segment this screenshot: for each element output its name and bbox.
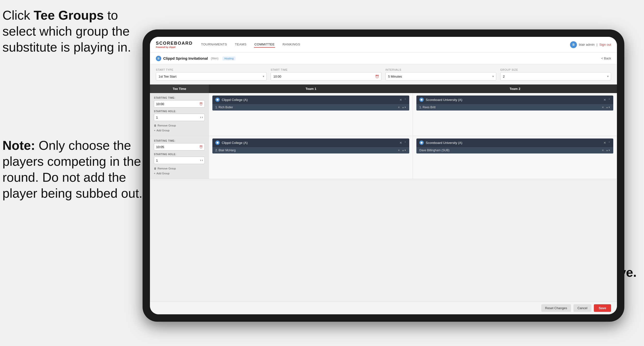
- nav-separator: |: [596, 43, 597, 46]
- note-text: Note: Only choose the players competing …: [2, 137, 145, 201]
- team1-chevron-1[interactable]: ⌃: [404, 98, 406, 101]
- start-time-label: Start Time: [271, 68, 382, 71]
- player-row-1-2: 2. Blair McHarg ✕ ▲▼: [212, 147, 409, 153]
- starting-time-input-wrap-1: ⏰: [154, 100, 205, 108]
- remove-group-btn-1[interactable]: 🗑 Remove Group: [154, 123, 176, 127]
- team1-x-btn-1[interactable]: ✕: [400, 98, 402, 102]
- team2-chevron-2[interactable]: ⌃: [608, 141, 610, 144]
- plus-icon-1: +: [154, 129, 155, 132]
- starting-time-input-1[interactable]: [154, 100, 205, 108]
- start-time-input-wrapper: ⏰: [271, 72, 382, 80]
- team1-chevron-2[interactable]: ⌃: [404, 141, 406, 144]
- starting-hole-label-2: STARTING HOLE:: [154, 153, 205, 156]
- trash-icon-2: 🗑: [154, 167, 156, 170]
- add-group-btn-1[interactable]: + Add Group: [154, 128, 170, 132]
- group-size-select[interactable]: 2: [500, 72, 611, 80]
- tee-time-col-2: STARTING TIME: ⏰ STARTING HOLE: 🗑 Remove…: [150, 136, 209, 179]
- team2-x-btn-2[interactable]: ✕: [604, 141, 606, 145]
- starting-time-input-wrap-2: ⏰: [154, 143, 205, 151]
- start-time-input[interactable]: [271, 72, 382, 80]
- team2-x-btn-1[interactable]: ✕: [604, 98, 606, 102]
- user-name: blair admin: [579, 43, 594, 46]
- tournament-gender: (Men): [211, 57, 218, 60]
- tablet-device: SCOREBOARD Powered by clippd TOURNAMENTS…: [142, 29, 624, 322]
- nav-right: B blair admin | Sign out: [570, 41, 611, 48]
- player-chevron-2-1[interactable]: ▲▼: [606, 106, 610, 108]
- group-row-1: STARTING TIME: ⏰ STARTING HOLE: 🗑 Remove…: [150, 93, 617, 136]
- team2-name-2: Scoreboard University (A): [426, 141, 602, 145]
- group-size-select-wrapper: 2: [500, 72, 611, 80]
- group-size-label: Group Size: [500, 68, 611, 71]
- add-group-btn-2[interactable]: + Add Group: [154, 171, 170, 175]
- instruction-text-top: Click Tee Groups to select which group t…: [2, 7, 145, 55]
- main-content: Start Type 1st Tee Start Start Time ⏰: [150, 64, 617, 314]
- remove-group-btn-2[interactable]: 🗑 Remove Group: [154, 166, 176, 170]
- starting-hole-wrap-2: [154, 157, 205, 164]
- team2-name-1: Scoreboard University (A): [426, 98, 602, 102]
- reset-changes-button[interactable]: Reset Changes: [541, 304, 571, 312]
- team1-col-2: Clippd College (A) ✕ ⌃ 2. Blair McHarg ✕…: [209, 136, 413, 179]
- th-tee-time: Tee Time: [150, 84, 209, 93]
- team1-dot-2: [215, 140, 220, 145]
- nav-rankings[interactable]: RANKINGS: [282, 41, 300, 48]
- cancel-button[interactable]: Cancel: [574, 304, 591, 312]
- player-chevron-1-2[interactable]: ▲▼: [402, 149, 406, 151]
- nav-teams[interactable]: TEAMS: [234, 41, 247, 48]
- player-row-1-1: 1. Rich Butler ✕ ▲▼: [212, 104, 409, 110]
- team2-entry-1: Scoreboard University (A) ✕ ⌃ 1. Rees Br…: [416, 95, 613, 110]
- player-chevron-1-1[interactable]: ▲▼: [402, 106, 406, 108]
- team1-dot-inner-2: [216, 142, 218, 144]
- logo-scoreboard: SCOREBOARD: [156, 41, 193, 46]
- player-name-2-1: 1. Rees Britt: [419, 106, 600, 109]
- start-type-label: Start Type: [156, 68, 267, 71]
- save-button[interactable]: Save: [594, 304, 611, 312]
- groups-area: STARTING TIME: ⏰ STARTING HOLE: 🗑 Remove…: [150, 93, 617, 302]
- back-button[interactable]: < Back: [601, 56, 611, 60]
- avatar: B: [570, 41, 577, 48]
- start-type-field: Start Type 1st Tee Start: [156, 68, 267, 80]
- sub-header-left: B Clippd Spring Invitational (Men) Hosti…: [156, 56, 601, 61]
- team1-col-1: Clippd College (A) ✕ ⌃ 1. Rich Butler ✕ …: [209, 93, 413, 136]
- starting-time-input-2[interactable]: [154, 143, 205, 151]
- team2-dot-2: [419, 140, 424, 145]
- sub-badge: B: [156, 56, 161, 61]
- player-x-2-2[interactable]: ✕: [602, 149, 604, 152]
- starting-hole-input-1[interactable]: [154, 114, 205, 121]
- footer: Reset Changes Cancel Save: [150, 302, 617, 314]
- player-chevron-2-2[interactable]: ▲▼: [606, 149, 610, 151]
- group-row-2: STARTING TIME: ⏰ STARTING HOLE: 🗑 Remove…: [150, 136, 617, 179]
- intervals-select-wrapper: 5 Minutes: [386, 72, 496, 80]
- nav-committee[interactable]: COMMITTEE: [254, 41, 275, 48]
- team2-chevron-1[interactable]: ⌃: [608, 98, 610, 101]
- team1-controls-1: ✕ ⌃: [400, 98, 406, 102]
- nav-tournaments[interactable]: TOURNAMENTS: [200, 41, 228, 48]
- team1-x-btn-2[interactable]: ✕: [400, 141, 402, 145]
- intervals-select[interactable]: 5 Minutes: [386, 72, 496, 80]
- start-type-select-wrapper: 1st Tee Start: [156, 72, 267, 80]
- tablet-screen: SCOREBOARD Powered by clippd TOURNAMENTS…: [150, 37, 617, 314]
- team2-col-2: Scoreboard University (A) ✕ ⌃ Dave Billi…: [413, 136, 617, 179]
- player-name-2-2: Dave Billingham (SUB): [419, 149, 600, 152]
- team1-entry-1: Clippd College (A) ✕ ⌃ 1. Rich Butler ✕ …: [212, 95, 409, 110]
- team2-controls-1: ✕ ⌃: [604, 98, 610, 102]
- player-x-1-2[interactable]: ✕: [398, 149, 400, 152]
- tournament-name: Clippd Spring Invitational: [163, 56, 208, 60]
- clock-icon: ⏰: [375, 75, 379, 78]
- team2-entry-2: Scoreboard University (A) ✕ ⌃ Dave Billi…: [416, 138, 613, 153]
- team2-dot-inner-1: [420, 99, 422, 101]
- trash-icon-1: 🗑: [154, 124, 156, 127]
- team2-controls-2: ✕ ⌃: [604, 141, 610, 145]
- start-type-select[interactable]: 1st Tee Start: [156, 72, 267, 80]
- player-row-2-1: 1. Rees Britt ✕ ▲▼: [416, 104, 613, 110]
- sign-out-link[interactable]: Sign out: [599, 43, 611, 46]
- tee-groups-bold: Tee Groups: [34, 8, 104, 22]
- player-x-1-1[interactable]: ✕: [398, 106, 400, 109]
- starting-hole-input-2[interactable]: [154, 157, 205, 164]
- team1-header-1: Clippd College (A) ✕ ⌃: [212, 95, 409, 104]
- player-x-2-1[interactable]: ✕: [602, 106, 604, 109]
- clock-icon-1: ⏰: [199, 102, 203, 106]
- starting-time-label-1: STARTING TIME:: [154, 96, 205, 99]
- team1-name-1: Clippd College (A): [222, 98, 398, 102]
- th-team1: Team 1: [209, 84, 413, 93]
- team2-header-1: Scoreboard University (A) ✕ ⌃: [416, 95, 613, 104]
